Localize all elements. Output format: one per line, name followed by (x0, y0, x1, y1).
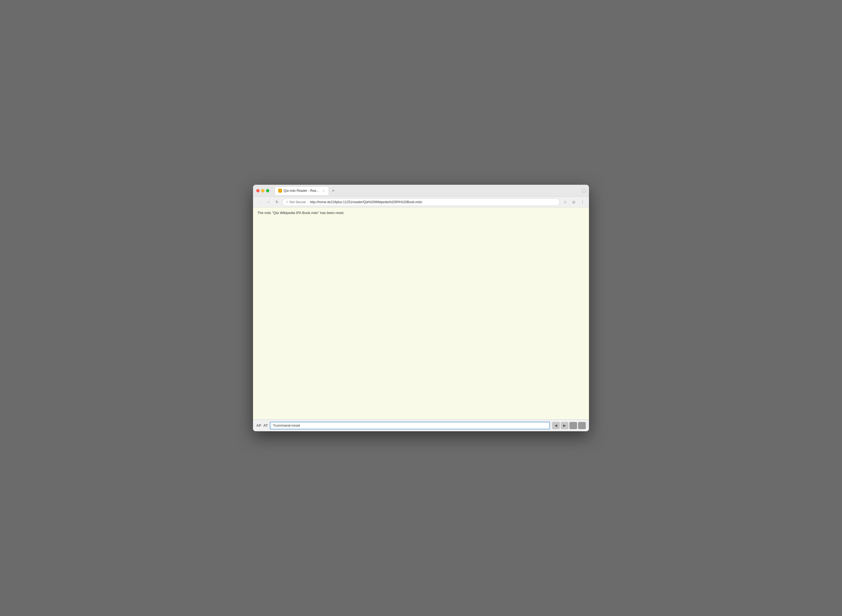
traffic-lights (256, 189, 269, 192)
record-button[interactable] (582, 189, 586, 193)
forward-button[interactable]: → (265, 199, 271, 205)
tab-bar: ! Qia mdx Reader - Reader × + (275, 186, 580, 195)
bottom-square-button-1[interactable] (569, 422, 577, 429)
title-bar: ! Qia mdx Reader - Reader × + (253, 185, 589, 197)
reload-button[interactable]: ↻ (274, 199, 280, 205)
bottom-back-button[interactable]: ◀ (552, 422, 560, 429)
menu-button[interactable]: ⋮ (579, 199, 586, 205)
bottom-bar: AP AT ◀ ▶ (253, 419, 589, 431)
maximize-button[interactable] (266, 189, 269, 192)
warning-icon: ⚠ (286, 200, 289, 204)
bottom-forward-button[interactable]: ▶ (561, 422, 568, 429)
bottom-labels: AP AT (256, 423, 268, 427)
ap-label: AP (256, 423, 261, 427)
security-warning: ⚠ Not Secure (286, 200, 306, 204)
new-tab-button[interactable]: + (330, 188, 336, 194)
at-label: AT (263, 423, 268, 427)
window-controls-right (582, 189, 586, 193)
reset-message: The mdx "Qia Wikipedia IPA Book.mdx" has… (257, 211, 585, 215)
tab-close-button[interactable]: × (321, 189, 326, 193)
bottom-nav-buttons: ◀ ▶ (552, 422, 586, 429)
not-secure-label: Not Secure (290, 200, 306, 204)
account-button[interactable]: ⊙ (571, 199, 577, 205)
url-bar[interactable]: ⚠ Not Secure | http://home-ds218plus:112… (282, 198, 560, 206)
active-tab[interactable]: ! Qia mdx Reader - Reader × (275, 186, 329, 195)
address-actions: ☆ ⊙ ⋮ (562, 199, 586, 205)
address-bar: ← → ↻ ⚠ Not Secure | http://home-ds218pl… (253, 197, 589, 207)
url-text: http://home-ds218plus:11251/reader/Qia%2… (310, 200, 556, 204)
tab-favicon: ! (278, 189, 282, 193)
browser-window: ! Qia mdx Reader - Reader × + ← → ↻ (253, 185, 589, 431)
back-button[interactable]: ← (256, 199, 263, 205)
url-separator: | (308, 200, 308, 204)
bookmark-button[interactable]: ☆ (562, 199, 568, 205)
minimize-button[interactable] (261, 189, 264, 192)
bottom-square-button-2[interactable] (578, 422, 586, 429)
close-button[interactable] (256, 189, 260, 192)
page-content: The mdx "Qia Wikipedia IPA Book.mdx" has… (253, 207, 589, 419)
tab-label: Qia mdx Reader - Reader (284, 189, 320, 193)
command-input[interactable] (270, 422, 550, 429)
